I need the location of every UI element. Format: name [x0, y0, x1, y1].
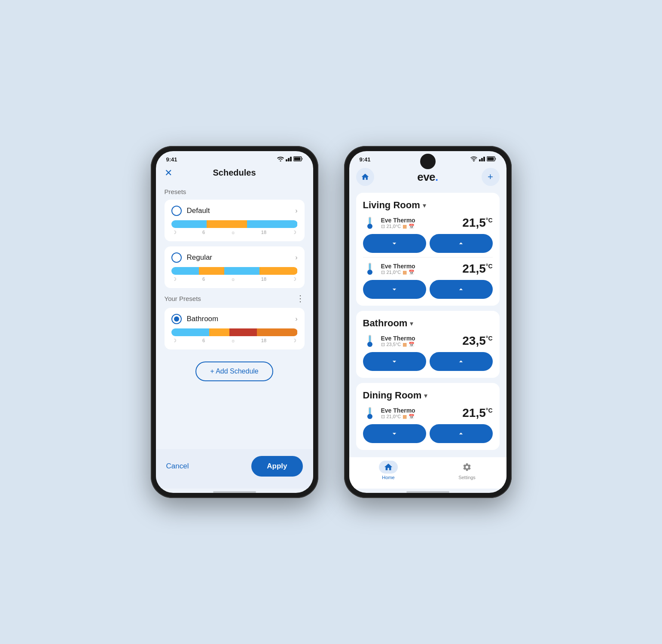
presets-label: Presets	[165, 188, 305, 195]
thermo-dining-down[interactable]	[363, 424, 426, 443]
thermo-bathroom-down[interactable]	[363, 352, 426, 371]
default-labels: ☽ 6 ☼ 18 ☽	[171, 230, 298, 235]
your-presets-label: Your Presets	[165, 295, 201, 302]
add-schedule-button[interactable]: + Add Schedule	[195, 361, 273, 381]
bathroom-seg-3	[229, 328, 257, 336]
status-icons-left	[277, 156, 303, 163]
chevron-default[interactable]: ›	[295, 207, 297, 215]
nav-settings[interactable]: Settings	[428, 461, 506, 480]
regular-seg-2	[199, 267, 224, 275]
thermo-dining-temp: 21,5°C	[462, 406, 492, 420]
room-bathroom-header[interactable]: Bathroom ▾	[363, 318, 493, 329]
thermo-living-2-sub: ⊡ 21,0°C ▦ 📅	[381, 270, 463, 275]
thermo-living-2-up[interactable]	[430, 280, 493, 299]
home-indicator-right	[406, 491, 449, 493]
room-bathroom-name: Bathroom	[363, 318, 408, 329]
thermo-living-2-down[interactable]	[363, 280, 426, 299]
chevron-bathroom[interactable]: ›	[295, 315, 297, 323]
room-bathroom-card: Bathroom ▾ Eve Thermo ⊡ 23,5°C ▦	[356, 311, 500, 378]
thermo-living-2-temp: 21,5°C	[462, 262, 492, 276]
thermo-bathroom-info: Eve Thermo ⊡ 23,5°C ▦ 📅	[381, 335, 463, 347]
preset-regular-row[interactable]: Regular ›	[171, 252, 298, 263]
room-living-room-name: Living Room	[363, 200, 420, 211]
schedules-title: Schedules	[213, 168, 256, 178]
thermo-living-1-ctrl	[363, 234, 493, 253]
thermo-dining-sub: ⊡ 21,0°C ▦ 📅	[381, 414, 463, 419]
thermo-living-1-icon	[363, 216, 377, 230]
room-dining-room-header[interactable]: Dining Room ▾	[363, 390, 493, 401]
thermo-bathroom-name: Eve Thermo	[381, 335, 463, 342]
preset-bathroom-row[interactable]: Bathroom ›	[171, 314, 298, 324]
preset-default-card: Default › ☽ 6 ☼ 18	[165, 200, 305, 241]
cancel-button[interactable]: Cancel	[166, 462, 189, 471]
radio-regular[interactable]	[171, 252, 182, 263]
svg-point-13	[367, 342, 372, 347]
thermo-dining-icon	[363, 406, 377, 420]
svg-rect-8	[369, 218, 370, 224]
time-left: 9:41	[166, 156, 177, 163]
svg-point-10	[367, 270, 372, 275]
radio-bathroom-inner	[174, 316, 179, 322]
camera-notch-right	[420, 154, 436, 169]
screen-right: 9:41	[349, 151, 506, 493]
thermo-living-1-temp: 21,5°C	[462, 216, 492, 230]
bathroom-seg-4	[257, 328, 297, 336]
bathroom-seg-2	[209, 328, 229, 336]
regular-labels: ☽ 6 ☼ 18 ☽	[171, 276, 298, 282]
eve-logo-dot: .	[435, 170, 438, 183]
thermo-dining-ctrl	[363, 424, 493, 443]
phone-left: 9:41 ✕	[151, 146, 318, 498]
svg-rect-2	[294, 158, 300, 161]
home-nav-button[interactable]	[356, 168, 374, 186]
bathroom-seg-1	[171, 328, 209, 336]
home-nav-icon	[384, 462, 393, 472]
thermo-bathroom-ctrl	[363, 352, 493, 371]
radio-default[interactable]	[171, 206, 182, 216]
preset-regular-name: Regular	[187, 253, 296, 262]
house-icon	[361, 173, 369, 181]
signal-icon-left	[286, 156, 292, 163]
add-device-button[interactable]: +	[482, 168, 500, 186]
regular-seg-1	[171, 267, 199, 275]
chevron-regular[interactable]: ›	[295, 254, 297, 261]
close-button[interactable]: ✕	[165, 167, 172, 179]
radio-bathroom[interactable]	[171, 314, 182, 324]
default-seg-2	[207, 220, 247, 228]
svg-rect-11	[369, 264, 370, 270]
thermo-dining-row: Eve Thermo ⊡ 21,0°C ▦ 📅 21,5°C	[363, 406, 493, 420]
status-icons-right	[470, 156, 496, 163]
room-living-room-header[interactable]: Living Room ▾	[363, 200, 493, 211]
preset-bathroom-card: Bathroom › ☽ 6 ☼	[165, 308, 305, 349]
signal-icon-right	[479, 156, 485, 163]
room-living-room-chevron: ▾	[423, 201, 426, 210]
preset-regular-card: Regular › ☽ 6 ☼	[165, 246, 305, 288]
thermo-living-2-info: Eve Thermo ⊡ 21,0°C ▦ 📅	[381, 263, 463, 275]
thermo-living-1-down[interactable]	[363, 234, 426, 253]
thermo-living-1-info: Eve Thermo ⊡ 21,0°C ▦ 📅	[381, 217, 463, 229]
apply-button[interactable]: Apply	[251, 456, 302, 477]
more-dots-icon[interactable]: ⋮	[296, 293, 305, 304]
thermo-living-1-sub: ⊡ 21,0°C ▦ 📅	[381, 224, 463, 229]
eve-screen: eve. + Living Room ▾	[349, 164, 506, 493]
thermo-bathroom-row: Eve Thermo ⊡ 23,5°C ▦ 📅 23,5°C	[363, 334, 493, 348]
schedules-screen: ✕ Schedules Presets Default ›	[156, 164, 313, 493]
thermo-bathroom-up[interactable]	[430, 352, 493, 371]
bathroom-bar	[171, 328, 298, 336]
thermo-bathroom-icon	[363, 334, 377, 348]
nav-home[interactable]: Home	[349, 461, 428, 480]
svg-point-0	[280, 161, 281, 162]
your-presets-header: Your Presets ⋮	[165, 293, 305, 304]
thermo-living-1-up[interactable]	[430, 234, 493, 253]
svg-point-7	[367, 224, 372, 229]
thermo-dining-up[interactable]	[430, 424, 493, 443]
svg-rect-17	[369, 408, 370, 414]
regular-bar-wrap: ☽ 6 ☼ 18 ☽	[171, 267, 298, 282]
thermo-living-1-name: Eve Thermo	[381, 217, 463, 224]
room-bathroom-chevron: ▾	[410, 319, 413, 328]
default-seg-3	[247, 220, 298, 228]
phone-right: 9:41	[344, 146, 512, 498]
home-indicator-left	[213, 491, 256, 493]
nav-home-label: Home	[382, 475, 394, 480]
preset-default-row[interactable]: Default ›	[171, 206, 298, 216]
room-living-room-card: Living Room ▾ Eve Thermo ⊡ 21,0°C	[356, 193, 500, 306]
